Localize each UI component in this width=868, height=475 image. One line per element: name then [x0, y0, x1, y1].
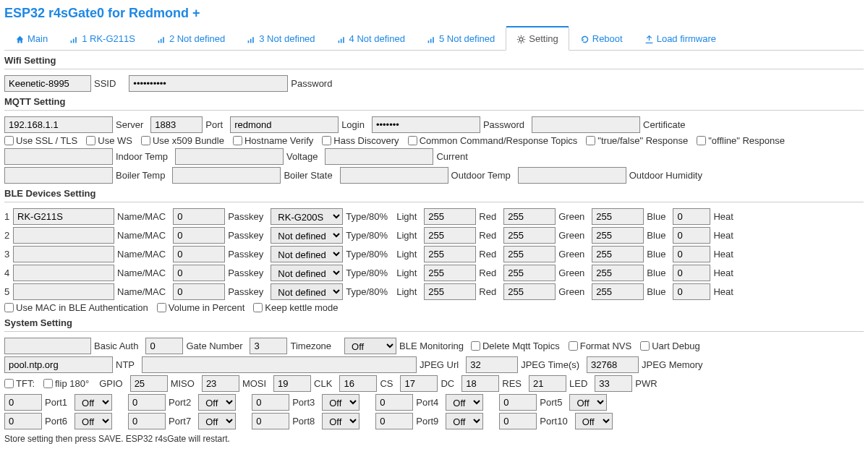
- port-value-input[interactable]: [128, 394, 166, 411]
- ble-type-select[interactable]: Not defined: [271, 246, 343, 262]
- ble-red-input[interactable]: [424, 208, 476, 225]
- ble-blue-input[interactable]: [592, 246, 644, 262]
- cb-hass[interactable]: Hass Discovery: [322, 135, 399, 146]
- current-input[interactable]: [325, 148, 433, 165]
- ble-red-input[interactable]: [424, 265, 476, 281]
- mqtt-cert-input[interactable]: [532, 116, 640, 133]
- boiler-state-input[interactable]: [172, 167, 281, 184]
- ble-type-select[interactable]: Not defined: [271, 265, 343, 281]
- tab-main[interactable]: Main: [4, 27, 59, 50]
- cb-volpct[interactable]: Volume in Percent: [157, 302, 245, 313]
- port-value-input[interactable]: [252, 394, 289, 411]
- port-mode-select[interactable]: Off: [198, 413, 236, 429]
- tab-device-1[interactable]: 1 RK-G211S: [59, 27, 146, 50]
- outdoor-temp-input[interactable]: [340, 167, 448, 184]
- cb-keepkettle[interactable]: Keep kettle mode: [253, 302, 338, 313]
- ble-red-input[interactable]: [424, 227, 476, 244]
- ble-green-input[interactable]: [503, 208, 556, 225]
- jpeg-url-input[interactable]: [142, 356, 417, 373]
- jpeg-time-input[interactable]: [466, 356, 518, 373]
- tab-load-firmware[interactable]: Load firmware: [634, 27, 727, 50]
- jpeg-memory-input[interactable]: [587, 356, 639, 373]
- ble-name-input[interactable]: [13, 283, 114, 300]
- tab-reboot[interactable]: Reboot: [569, 27, 634, 50]
- ble-green-input[interactable]: [503, 283, 556, 300]
- port-mode-select[interactable]: Off: [322, 413, 359, 429]
- cb-offresp[interactable]: "offline" Response: [697, 135, 785, 146]
- cb-x509[interactable]: Use x509 Bundle: [141, 135, 224, 146]
- ble-green-input[interactable]: [503, 265, 556, 281]
- cb-ssl[interactable]: Use SSL / TLS: [4, 135, 77, 146]
- mqtt-login-input[interactable]: [230, 116, 339, 133]
- ble-heat-input[interactable]: [673, 227, 710, 244]
- port-value-input[interactable]: [252, 413, 289, 429]
- tab-device-3[interactable]: 3 Not defined: [236, 27, 326, 50]
- port-mode-select[interactable]: Off: [75, 413, 112, 429]
- tab-device-2[interactable]: 2 Not defined: [146, 27, 236, 50]
- indoor-temp-input[interactable]: [4, 148, 113, 165]
- clk-input[interactable]: [273, 375, 311, 392]
- port-mode-select[interactable]: Off: [322, 394, 359, 411]
- mqtt-password-input[interactable]: [372, 116, 480, 133]
- ble-type-select[interactable]: Not defined: [271, 283, 343, 300]
- ble-blue-input[interactable]: [592, 208, 644, 225]
- led-input[interactable]: [529, 375, 566, 392]
- ble-green-input[interactable]: [503, 227, 556, 244]
- port-value-input[interactable]: [4, 394, 42, 411]
- mqtt-server-input[interactable]: [4, 116, 113, 133]
- ble-blue-input[interactable]: [592, 227, 644, 244]
- ble-red-input[interactable]: [424, 283, 476, 300]
- ble-passkey-input[interactable]: [173, 265, 225, 281]
- port-value-input[interactable]: [375, 394, 413, 411]
- port-value-input[interactable]: [499, 413, 537, 429]
- cb-tft[interactable]: TFT:: [4, 378, 35, 389]
- ble-passkey-input[interactable]: [173, 246, 225, 262]
- gpio-miso-input[interactable]: [130, 375, 168, 392]
- voltage-input[interactable]: [175, 148, 284, 165]
- wifi-password-input[interactable]: [129, 75, 288, 92]
- gate-number-input[interactable]: [145, 338, 183, 354]
- ble-green-input[interactable]: [503, 246, 556, 262]
- cb-ws[interactable]: Use WS: [86, 135, 132, 146]
- timezone-input[interactable]: [250, 338, 287, 354]
- ble-monitoring-select[interactable]: Off: [344, 338, 396, 354]
- ssid-input[interactable]: [4, 75, 91, 92]
- port-value-input[interactable]: [375, 413, 413, 429]
- cb-macauth[interactable]: Use MAC in BLE Authentication: [4, 302, 148, 313]
- ble-heat-input[interactable]: [673, 265, 710, 281]
- port-mode-select[interactable]: Off: [446, 394, 483, 411]
- cb-delete-mqtt[interactable]: Delete Mqtt Topics: [471, 341, 560, 351]
- cb-tfresp[interactable]: "true/false" Response: [586, 135, 688, 146]
- tab-device-4[interactable]: 4 Not defined: [326, 27, 416, 50]
- port-mode-select[interactable]: Off: [75, 394, 112, 411]
- port-mode-select[interactable]: Off: [198, 394, 236, 411]
- ble-red-input[interactable]: [424, 246, 476, 262]
- ble-type-select[interactable]: RK-G200S: [271, 208, 343, 225]
- cs-input[interactable]: [339, 375, 377, 392]
- mqtt-port-input[interactable]: [150, 116, 203, 133]
- ble-passkey-input[interactable]: [173, 227, 225, 244]
- ble-name-input[interactable]: [13, 208, 114, 225]
- ble-heat-input[interactable]: [673, 208, 710, 225]
- tab-setting[interactable]: Setting: [506, 27, 569, 51]
- cb-format-nvs[interactable]: Format NVS: [569, 341, 632, 351]
- cb-flip[interactable]: flip 180°: [43, 378, 89, 389]
- port-mode-select[interactable]: Off: [569, 394, 607, 411]
- pwr-input[interactable]: [595, 375, 632, 392]
- port-value-input[interactable]: [128, 413, 166, 429]
- ble-passkey-input[interactable]: [173, 208, 225, 225]
- ntp-input[interactable]: [4, 356, 113, 373]
- ble-name-input[interactable]: [13, 246, 114, 262]
- ble-heat-input[interactable]: [673, 283, 710, 300]
- ble-passkey-input[interactable]: [173, 283, 225, 300]
- port-value-input[interactable]: [499, 394, 537, 411]
- outdoor-hum-input[interactable]: [518, 167, 626, 184]
- port-value-input[interactable]: [4, 413, 42, 429]
- basic-auth-input[interactable]: [4, 338, 91, 354]
- ble-name-input[interactable]: [13, 265, 114, 281]
- boiler-temp-input[interactable]: [4, 167, 113, 184]
- res-input[interactable]: [461, 375, 499, 392]
- port-mode-select[interactable]: Off: [575, 413, 613, 429]
- ble-name-input[interactable]: [13, 227, 114, 244]
- cb-uart-debug[interactable]: Uart Debug: [640, 341, 699, 351]
